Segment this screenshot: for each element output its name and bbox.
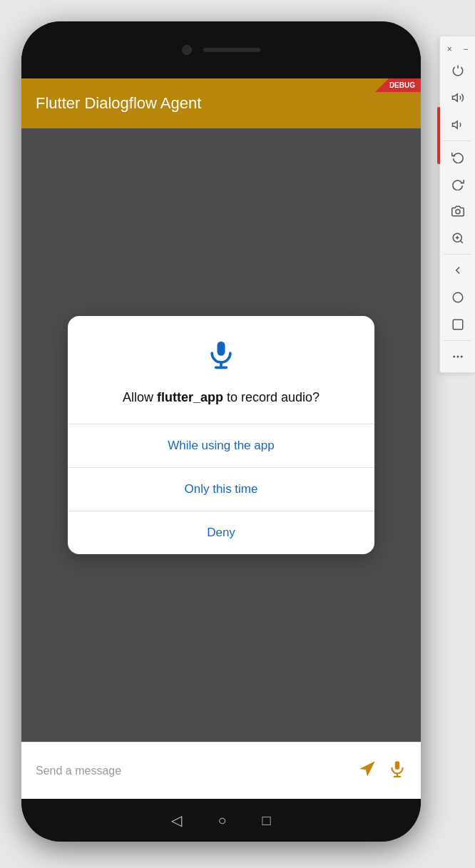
back-button[interactable] xyxy=(445,257,471,283)
message-input-area[interactable]: Send a message xyxy=(36,765,358,777)
mic-icon xyxy=(205,339,237,377)
recent-button[interactable] xyxy=(445,312,471,337)
volume-up-button[interactable] xyxy=(445,85,471,111)
phone-notch xyxy=(21,21,421,78)
svg-rect-3 xyxy=(395,761,400,770)
mic-button[interactable] xyxy=(388,760,407,782)
bottom-bar: Send a message xyxy=(21,742,421,799)
phone-frame: Flutter Dialogflow Agent DEBUG xyxy=(21,21,421,842)
accent-bar xyxy=(437,107,440,164)
svg-marker-6 xyxy=(452,94,457,102)
more-button[interactable] xyxy=(445,344,471,369)
svg-point-13 xyxy=(453,292,463,302)
svg-line-10 xyxy=(460,240,462,242)
while-using-button[interactable]: While using the app xyxy=(68,424,374,467)
rotate-button[interactable] xyxy=(445,144,471,170)
message-placeholder: Send a message xyxy=(36,765,121,777)
app-bar: Flutter Dialogflow Agent DEBUG xyxy=(21,78,421,128)
toolbar-minimize-button[interactable]: − xyxy=(459,42,473,56)
power-button[interactable] xyxy=(445,58,471,83)
side-toolbar: × − xyxy=(439,36,475,373)
dialog-top: Allow flutter_app to record audio? xyxy=(68,316,374,424)
deny-button[interactable]: Deny xyxy=(68,511,374,554)
camera-area xyxy=(182,45,260,55)
svg-point-15 xyxy=(453,356,455,358)
svg-point-8 xyxy=(456,210,460,214)
speaker-bar xyxy=(203,48,260,52)
screenshot-button[interactable] xyxy=(445,198,471,224)
svg-point-17 xyxy=(460,356,462,358)
home-nav-button[interactable]: ○ xyxy=(218,812,226,829)
camera-dot xyxy=(182,45,192,55)
toolbar-divider-1 xyxy=(444,141,471,141)
permission-dialog: Allow flutter_app to record audio? While… xyxy=(68,316,374,554)
app-title: Flutter Dialogflow Agent xyxy=(36,94,201,113)
phone-screen: Flutter Dialogflow Agent DEBUG xyxy=(21,78,421,799)
dialog-message: Allow flutter_app to record audio? xyxy=(123,389,320,407)
svg-marker-7 xyxy=(452,121,457,129)
main-content: Allow flutter_app to record audio? While… xyxy=(21,128,421,742)
toolbar-divider-3 xyxy=(444,340,471,341)
home-button[interactable] xyxy=(445,285,471,310)
toolbar-divider-2 xyxy=(444,254,471,255)
debug-badge: DEBUG xyxy=(375,78,421,92)
toolbar-close-button[interactable]: × xyxy=(443,42,456,56)
dialog-backdrop: Allow flutter_app to record audio? While… xyxy=(21,128,421,742)
toolbar-top-row: × − xyxy=(440,39,475,56)
svg-rect-14 xyxy=(453,320,463,330)
svg-point-16 xyxy=(456,356,459,358)
volume-down-button[interactable] xyxy=(445,112,471,138)
send-icon[interactable] xyxy=(358,760,377,782)
phone-nav: ◁ ○ □ xyxy=(21,799,421,842)
only-this-time-button[interactable]: Only this time xyxy=(68,468,374,511)
recent-nav-button[interactable]: □ xyxy=(262,812,271,829)
bottom-icons xyxy=(358,760,407,782)
back-nav-button[interactable]: ◁ xyxy=(171,812,182,829)
svg-rect-0 xyxy=(218,342,225,356)
rotate2-button[interactable] xyxy=(445,171,471,197)
zoom-button[interactable] xyxy=(445,225,471,251)
